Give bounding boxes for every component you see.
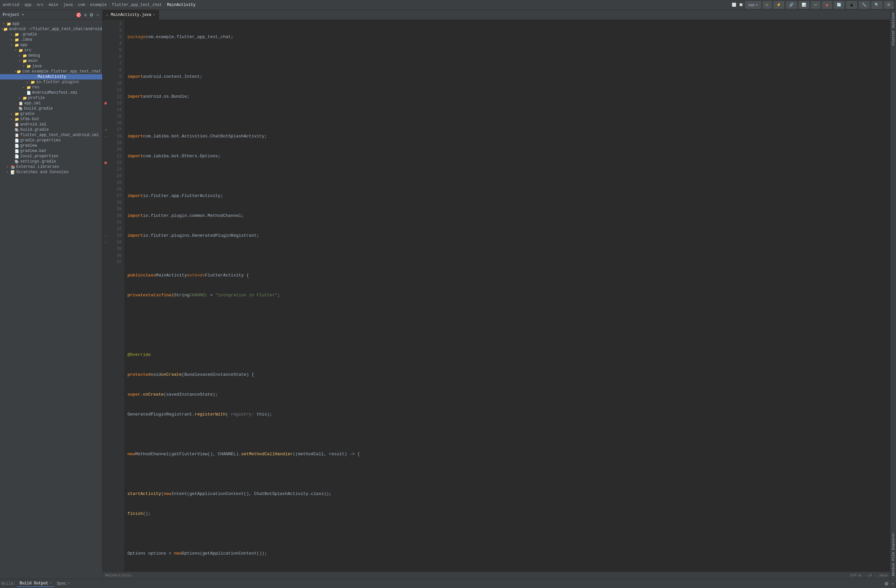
sidebar-item-main[interactable]: ▾ 📁 main [0,58,102,64]
breadcrumb-android[interactable]: android [3,3,19,7]
sidebar-item-io-flutter[interactable]: ▸ 📁 io.flutter.plugins [0,79,102,85]
sidebar-item-local-props[interactable]: 📄 local.properties [0,154,102,159]
app-selector[interactable]: app ▾ [745,2,761,9]
sidebar-item-gradle-hidden[interactable]: ▸ 📁 .gradle [0,32,102,37]
tree-label: debug [28,53,40,58]
profile-button[interactable]: 📊 [798,2,809,9]
code-content[interactable]: package com.example.flutter_app_test_cha… [124,20,890,571]
breadcrumb-com[interactable]: com [78,3,85,7]
code-line-19: super.onCreate(savedInstanceState); [128,391,890,398]
code-editor[interactable]: ⊙ ▿ [103,20,890,571]
file-icon: 📄 [15,149,19,153]
attach-button[interactable]: 🔗 [786,2,797,9]
build-output-label: Build Output [20,581,48,586]
search-button[interactable]: 🔍 [872,2,882,9]
breadcrumb-java[interactable]: java [63,3,73,7]
sidebar-item-app[interactable]: ▾ 📁 app [0,21,102,26]
sync-close[interactable]: × [67,582,70,585]
bottom-minus-button[interactable]: − [891,581,894,586]
scratches-icon: 📝 [11,170,15,174]
device-file-explorer-tab[interactable]: Device File Explorer [891,530,896,579]
sidebar-item-build-gradle[interactable]: 🐘 build.gradle [0,106,102,111]
build-output-close[interactable]: × [50,581,52,585]
sidebar-item-com-package[interactable]: ▾ 📁 com.example.flutter_app_test_chat [0,69,102,74]
bottom-tab-build-output[interactable]: Build Output × [17,580,54,587]
breadcrumb-app[interactable]: app [24,3,32,7]
debug-fast-button[interactable]: ⚡ [774,2,784,9]
sidebar-item-idea[interactable]: ▸ 📁 .idea [0,37,102,43]
bottom-gear-button[interactable]: ⚙ [884,581,889,586]
folder-icon: 📁 [30,80,35,84]
sdk-button[interactable]: 🔧 [859,2,870,9]
dropdown-icon: ▾ [756,3,758,7]
sidebar-item-java[interactable]: ▾ 📁 java [0,64,102,69]
sidebar-item-app-iml[interactable]: 📋 app.iml [0,101,102,106]
error-marker-13 [104,102,107,105]
sidebar-item-gradle-props[interactable]: 📄 gradle.properties [0,138,102,143]
run-button[interactable]: ▶ [763,2,771,9]
collapse-button[interactable]: ≡ [84,12,87,18]
ln-19: 19 [112,140,122,146]
code-line-17: @Override [128,352,890,358]
sidebar-item-androidmanifest[interactable]: 📄 AndroidManifest.xml [0,90,102,95]
breadcrumb-main[interactable]: main [49,3,58,7]
avd-button[interactable]: 📱 [846,2,857,9]
sidebar-item-external-libs[interactable]: ▸ 📚 External Libraries [0,164,102,169]
ln-3: 3 [112,34,122,40]
sidebar-item-debug[interactable]: ▸ 📁 debug [0,53,102,58]
gutter-17: ⊙ [103,126,109,133]
folder-icon: 📁 [15,32,19,37]
tree-label: gradlew.bat [20,149,46,153]
editor-status-right: UTF-8 · LF · Java [850,573,887,577]
code-line-5 [128,113,890,120]
sidebar-item-gradlew-bat[interactable]: 📄 gradlew.bat [0,148,102,154]
sidebar-item-flutter-android-iml[interactable]: 📋 flutter_app_test_chat_android.iml [0,133,102,138]
sidebar-item-build-gradle2[interactable]: 🐘 build.gradle [0,127,102,133]
code-line-3: import android.content.Intent; [128,73,890,80]
flutter-outline-tab[interactable]: Flutter Outline [891,10,896,48]
sidebar-item-android[interactable]: ▾ 📁 android ~/flutter_app_test_chat/andr… [0,26,102,32]
ln-37: 37 [112,259,122,265]
minimize-button[interactable]: − [96,12,100,18]
gutter-19 [103,140,109,146]
sidebar-title: Project ▾ [3,12,75,17]
tree-label: android ~/flutter_app_test_chat/android [9,27,102,32]
sidebar-item-gradlew[interactable]: 📄 gradlew [0,143,102,148]
line-numbers: 1 2 3 4 5 6 7 8 9 10 11 12 13 14 15 16 1… [109,20,124,571]
sidebar-item-mainactivity[interactable]: ☕ MainActivity [0,74,102,79]
breadcrumb-src[interactable]: src [37,3,44,7]
ln-22: 22 [112,160,122,166]
sidebar-item-scratches[interactable]: ▸ 📝 Scratches and Consoles [0,169,102,175]
sidebar-item-sfda-bot[interactable]: ▸ 📁 sfda-bot [0,117,102,122]
gradle-icon: 🐘 [18,107,23,111]
stop-button[interactable]: ⏹ [822,2,832,9]
sidebar-item-android-iml[interactable]: 📋 android.iml [0,122,102,127]
code-line-6: import com.labiba.bot.Activities.ChatBot… [128,133,890,140]
bottom-tab-sync[interactable]: Sync × [54,581,73,586]
sidebar-item-res[interactable]: ▸ 📁 res [0,85,102,90]
settings-button[interactable]: ⚙ [884,2,893,9]
java-tab-icon: ☕ [106,12,108,17]
sidebar-item-settings-gradle[interactable]: 🐘 settings.gradle [0,159,102,164]
breadcrumb-mainactivity[interactable]: MainActivity [167,3,195,7]
arrow-icon: ▸ [18,53,23,58]
sidebar-item-gradle-folder[interactable]: ▸ 📁 gradle [0,111,102,117]
sync-button[interactable]: 🔄 [834,2,844,9]
tab-mainactivity[interactable]: ☕ MainActivity.java × [103,10,159,20]
code-line-26 [128,530,890,537]
ln-1: 1 [112,21,122,27]
gutter-24 [103,173,109,180]
sidebar-item-app2[interactable]: ▾ 📁 app [0,43,102,48]
locate-button[interactable]: 🎯 [75,12,82,18]
sidebar-item-src[interactable]: ▾ 📁 src [0,48,102,53]
breadcrumb-example[interactable]: example [90,3,107,7]
sidebar-item-profile[interactable]: ▸ 📁 profile [0,95,102,101]
tree-label: res [32,85,40,90]
gear-button[interactable]: ⚙ [89,12,94,18]
ln-25: 25 [112,180,122,186]
gradle-icon: 🐘 [15,160,19,164]
file-icon: 📄 [15,154,19,158]
tab-close-button[interactable]: × [153,13,155,17]
rerun-button[interactable]: ↩ [811,2,820,9]
breadcrumb-package[interactable]: flutter_app_test_chat [112,3,162,7]
